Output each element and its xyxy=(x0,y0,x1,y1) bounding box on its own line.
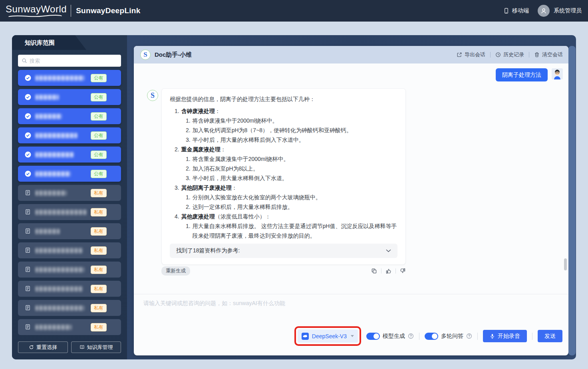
redacted-kb-name xyxy=(36,114,62,119)
clear-session-label: 清空会话 xyxy=(542,51,563,58)
redacted-kb-name xyxy=(36,171,71,177)
check-circle-icon xyxy=(25,171,31,177)
kb-item-public[interactable]: 公有 xyxy=(18,70,121,86)
answer-step: 2.加入消石灰至pH为8以上。 xyxy=(170,164,397,173)
sidebar-title: 知识库范围 xyxy=(12,35,86,50)
kb-item-public[interactable]: 公有 xyxy=(18,147,121,163)
sidebar-search[interactable] xyxy=(18,55,121,67)
answer-step: 1.将含砷废液集中于2000ml烧杯中。 xyxy=(170,116,397,125)
document-icon xyxy=(25,247,31,254)
kb-item-public[interactable]: 公有 xyxy=(18,108,121,124)
start-recording-button[interactable]: 开始录音 xyxy=(483,330,527,342)
access-badge: 公有 xyxy=(91,74,107,82)
thumbs-up-icon[interactable] xyxy=(385,268,391,274)
multi-turn-toggle[interactable] xyxy=(425,333,438,340)
redacted-kb-name xyxy=(36,190,67,196)
kb-item-public[interactable]: 公有 xyxy=(18,166,121,182)
phone-icon xyxy=(503,8,509,14)
answer-sections: 1.含砷废液处理：1.将含砷废液集中于2000ml烧杯中。2.加入氧化钙调至pH… xyxy=(170,106,397,240)
model-generate-toggle[interactable] xyxy=(366,333,380,340)
mobile-link[interactable]: 移动端 xyxy=(503,7,529,14)
kb-item-private[interactable]: 私有 xyxy=(18,204,121,220)
document-icon xyxy=(25,228,31,234)
logo-wave-decoration xyxy=(6,14,65,18)
answer-step: 2.达到一定体积后，用大量水稀释后排放。 xyxy=(170,202,397,212)
kb-item-private[interactable]: 私有 xyxy=(18,185,121,201)
kb-item-private[interactable]: 私有 xyxy=(18,242,121,258)
history-button[interactable]: 历史记录 xyxy=(495,51,524,58)
red-annotation-box: DeepSeek-V3 xyxy=(294,326,361,346)
chevron-down-icon xyxy=(386,249,391,252)
knowledge-sidebar: 知识库范围 公有公有公有公有公有公有私有私有私有私有私有私有私有私有 重置选择 … xyxy=(12,35,127,359)
answer-step: 3.半小时后，用大量水稀释倒入下水道。 xyxy=(170,173,397,183)
reset-selection-button[interactable]: 重置选择 xyxy=(18,341,68,353)
footer-separator xyxy=(395,268,396,274)
search-icon xyxy=(22,58,27,63)
user-avatar[interactable] xyxy=(538,5,550,17)
chat-input[interactable]: 请输入关键词或想咨询的问题，如：sunwayAI有什么功能 xyxy=(143,300,285,307)
chat-header: S Doc助手-小维 导出会话 历史记录 清空会话 xyxy=(134,46,568,63)
reset-selection-label: 重置选择 xyxy=(36,344,57,351)
kb-manage-label: 知识库管理 xyxy=(87,344,113,351)
input-area-divider xyxy=(134,294,568,294)
controls-separator xyxy=(532,333,532,340)
deepseek-whale-icon xyxy=(302,333,309,340)
document-icon xyxy=(25,286,31,292)
access-badge: 私有 xyxy=(91,246,107,255)
clear-session-button[interactable]: 清空会话 xyxy=(534,51,563,58)
model-selector[interactable]: DeepSeek-V3 xyxy=(298,329,358,343)
reference-label: 找到了18篇资料作为参考: xyxy=(176,247,240,254)
start-recording-label: 开始录音 xyxy=(498,333,520,340)
kb-item-public[interactable]: 公有 xyxy=(18,127,121,143)
chat-scrollbar-thumb[interactable] xyxy=(564,258,567,270)
footer-separator xyxy=(381,268,381,274)
thumbs-down-icon[interactable] xyxy=(400,268,406,274)
redacted-kb-name xyxy=(36,286,83,292)
export-session-button[interactable]: 导出会话 xyxy=(457,51,485,58)
kb-item-private[interactable]: 私有 xyxy=(18,281,121,297)
history-label: 历史记录 xyxy=(503,51,524,58)
redacted-kb-name xyxy=(36,229,60,234)
kb-manage-button[interactable]: 知识库管理 xyxy=(71,341,121,353)
check-circle-icon xyxy=(25,132,31,139)
help-icon[interactable] xyxy=(408,333,414,339)
assistant-logo: S xyxy=(140,50,151,60)
copy-icon[interactable] xyxy=(371,268,377,274)
answer-section-title: 1.含砷废液处理： xyxy=(170,106,397,116)
redacted-kb-name xyxy=(36,75,84,81)
export-session-label: 导出会话 xyxy=(465,51,485,58)
send-button[interactable]: 发送 xyxy=(538,330,562,342)
document-icon xyxy=(25,324,31,330)
panel-scroll-band[interactable] xyxy=(568,46,576,355)
company-logo: SunwayWorld xyxy=(6,4,67,18)
help-icon[interactable] xyxy=(466,333,472,339)
redacted-kb-name xyxy=(36,210,87,215)
check-circle-icon xyxy=(25,94,31,100)
chat-panel: S Doc助手-小维 导出会话 历史记录 清空会话 xyxy=(134,46,568,355)
kb-item-private[interactable]: 私有 xyxy=(18,300,121,316)
redacted-kb-name xyxy=(36,133,77,138)
logo-divider xyxy=(71,5,71,17)
redacted-kb-name xyxy=(36,95,59,100)
document-icon xyxy=(25,190,31,196)
reference-toggle[interactable]: 找到了18篇资料作为参考: xyxy=(170,244,397,258)
regenerate-button[interactable]: 重新生成 xyxy=(161,266,190,276)
answer-step: 3.半小时后，用大量的水稀释后倒入下水道中。 xyxy=(170,135,397,145)
access-badge: 私有 xyxy=(91,227,107,236)
controls-separator xyxy=(419,333,419,340)
kb-item-public[interactable]: 公有 xyxy=(18,89,121,105)
redacted-kb-name xyxy=(36,306,84,311)
search-input[interactable] xyxy=(30,58,117,64)
kb-item-private[interactable]: 私有 xyxy=(18,262,121,278)
model-generate-label: 模型生成 xyxy=(383,333,405,340)
kb-item-private[interactable]: 私有 xyxy=(18,223,121,239)
kb-item-private[interactable]: 私有 xyxy=(18,319,121,335)
access-badge: 公有 xyxy=(91,151,107,159)
answer-intro: 根据您提供的信息，阴离子的处理方法主要包括以下几种： xyxy=(170,94,397,104)
answer-step: 1.将含重金属废液集中于2000ml烧杯中。 xyxy=(170,154,397,164)
check-circle-icon xyxy=(25,151,31,158)
answer-step: 1.用大量自来水稀释后排放。 这些方法主要是通过调节pH值、沉淀反应以及稀释等手… xyxy=(170,221,397,240)
clock-icon xyxy=(495,52,501,58)
check-circle-icon xyxy=(25,113,31,119)
send-label: 发送 xyxy=(544,333,556,340)
